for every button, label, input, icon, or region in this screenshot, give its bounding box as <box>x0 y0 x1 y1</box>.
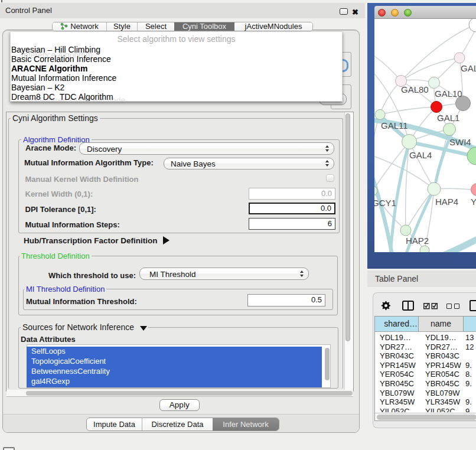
svg-text:GCY1: GCY1 <box>374 198 396 208</box>
svg-text:GAL4: GAL4 <box>409 150 432 160</box>
svg-text:GAL2: GAL2 <box>461 63 476 73</box>
svg-text:Y: Y <box>471 197 476 207</box>
svg-text:GAL1: GAL1 <box>437 113 459 123</box>
svg-text:GAL11: GAL11 <box>381 120 408 131</box>
svg-text:GAL80: GAL80 <box>401 84 429 94</box>
svg-text:HAP4: HAP4 <box>435 197 458 207</box>
svg-text:SWI4: SWI4 <box>449 137 471 147</box>
svg-text:GAL10: GAL10 <box>435 89 462 99</box>
svg-text:HAP2: HAP2 <box>406 236 429 246</box>
